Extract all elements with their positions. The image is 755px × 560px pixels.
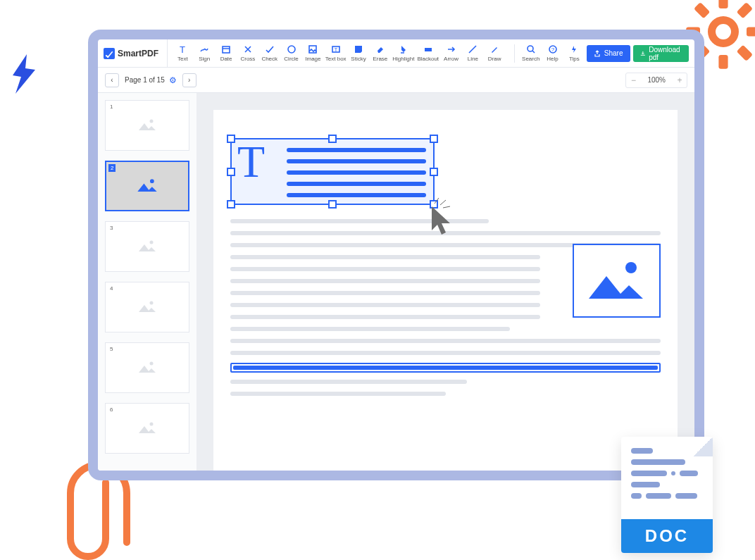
app-logo[interactable]: SmartPDF: [104, 39, 168, 67]
thumbnail-5[interactable]: 5: [105, 342, 189, 393]
svg-point-20: [150, 241, 154, 244]
tool-arrow[interactable]: Arrow: [442, 39, 461, 67]
tool-blackout[interactable]: Blackout: [417, 39, 439, 67]
svg-rect-6: [694, 2, 710, 18]
tool-check[interactable]: Check: [260, 39, 279, 67]
thumbnail-3[interactable]: 3: [105, 221, 189, 272]
svg-text:?: ?: [551, 46, 554, 53]
svg-point-23: [150, 423, 154, 426]
zoom-control: − 100% +: [625, 73, 687, 88]
svg-rect-11: [309, 46, 316, 53]
svg-point-22: [150, 362, 154, 366]
svg-line-26: [443, 206, 450, 208]
svg-text:T: T: [334, 46, 337, 53]
tool-erase[interactable]: Erase: [370, 39, 389, 67]
app-frame: SmartPDF TText Sign Date Cross Check Cir…: [88, 30, 704, 480]
svg-line-24: [435, 198, 439, 204]
resize-handle-tm[interactable]: [328, 135, 337, 143]
highlight-bar[interactable]: [230, 363, 661, 373]
zoom-value: 100%: [640, 76, 673, 84]
resize-handle-ml[interactable]: [227, 168, 235, 176]
tool-date[interactable]: Date: [217, 39, 236, 67]
tool-line[interactable]: Line: [463, 39, 482, 67]
app-window: SmartPDF TText Sign Date Cross Check Cir…: [98, 39, 694, 471]
svg-rect-14: [425, 48, 432, 51]
resize-handle-bm[interactable]: [328, 200, 337, 209]
svg-point-21: [150, 301, 154, 305]
tool-search[interactable]: Search: [521, 39, 540, 67]
svg-point-18: [150, 120, 154, 123]
main-toolbar: SmartPDF TText Sign Date Cross Check Cir…: [98, 39, 694, 68]
prev-page-button[interactable]: ‹: [105, 73, 119, 87]
tool-sticky[interactable]: Sticky: [349, 39, 368, 67]
page-settings-icon[interactable]: ⚙: [169, 75, 177, 85]
doc-file-badge: DOC: [621, 437, 713, 553]
svg-point-15: [528, 46, 533, 51]
editor-canvas[interactable]: T: [196, 93, 694, 471]
bolt-decoration-icon: [7, 53, 42, 95]
svg-line-25: [440, 200, 446, 205]
text-selection-box[interactable]: T: [230, 138, 435, 205]
svg-text:T: T: [180, 44, 185, 54]
thumbnail-2[interactable]: 2: [105, 161, 189, 211]
zoom-in-button[interactable]: +: [673, 73, 687, 87]
svg-rect-4: [737, 2, 753, 18]
page-fold-icon: [693, 437, 713, 456]
doc-label: DOC: [621, 519, 713, 553]
share-icon: [594, 50, 601, 57]
thumbnail-1[interactable]: 1: [105, 100, 189, 151]
thumbnail-6[interactable]: 6: [105, 403, 189, 454]
page-indicator: Page 1 of 15 ⚙: [125, 75, 177, 85]
zoom-out-button[interactable]: −: [626, 73, 640, 87]
sub-toolbar: ‹ Page 1 of 15 ⚙ › − 100% +: [98, 68, 694, 93]
resize-handle-tr[interactable]: [430, 135, 438, 143]
next-page-button[interactable]: ›: [182, 73, 196, 87]
download-icon: [640, 50, 646, 57]
resize-handle-bl[interactable]: [227, 200, 235, 209]
tool-highlight[interactable]: Highlight: [392, 39, 414, 67]
dropcap-icon: T: [237, 139, 265, 185]
svg-rect-9: [223, 46, 230, 53]
resize-handle-mr[interactable]: [430, 168, 438, 176]
thumbnail-sidebar[interactable]: 1 2 3 4 5 6: [98, 93, 196, 471]
tool-text[interactable]: TText: [173, 39, 192, 67]
tool-help[interactable]: ?Help: [543, 39, 562, 67]
tool-draw[interactable]: Draw: [485, 39, 504, 67]
tool-textbox[interactable]: TText box: [325, 39, 347, 67]
cursor-icon: [425, 198, 460, 237]
logo-icon: [104, 48, 115, 59]
svg-point-19: [150, 179, 154, 183]
svg-point-10: [288, 46, 295, 53]
tool-tips[interactable]: Tips: [565, 39, 584, 67]
app-name: SmartPDF: [118, 49, 158, 58]
svg-rect-3: [747, 27, 755, 36]
svg-rect-7: [737, 45, 753, 61]
thumbnail-4[interactable]: 4: [105, 282, 189, 332]
resize-handle-tl[interactable]: [227, 135, 235, 143]
share-button[interactable]: Share: [587, 45, 630, 62]
svg-rect-0: [718, 0, 728, 8]
tool-sign[interactable]: Sign: [195, 39, 214, 67]
document-page[interactable]: T: [213, 110, 678, 471]
tool-image[interactable]: Image: [304, 39, 323, 67]
page-image-placeholder[interactable]: [573, 244, 661, 318]
svg-rect-1: [718, 55, 728, 69]
download-button[interactable]: Download pdf: [633, 45, 689, 62]
svg-point-27: [625, 262, 637, 273]
tool-cross[interactable]: Cross: [239, 39, 258, 67]
tool-circle[interactable]: Circle: [282, 39, 301, 67]
